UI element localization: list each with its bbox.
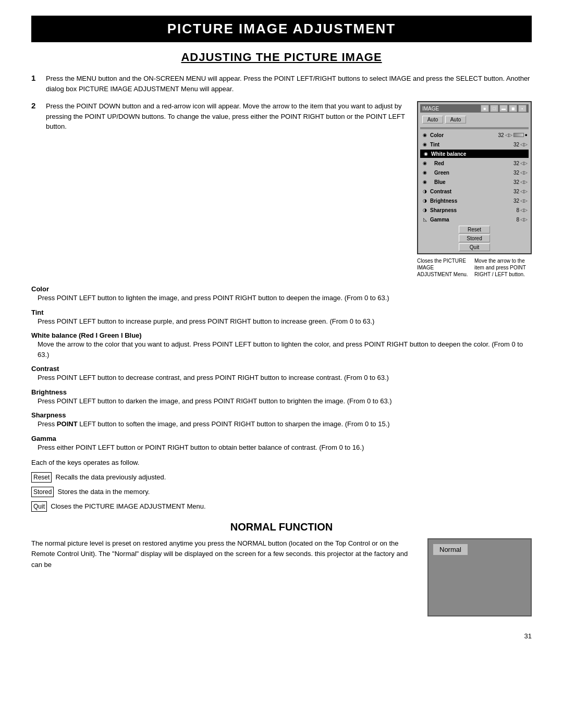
quit-key-text: Closes the PICTURE IMAGE ADJUSTMENT Menu… [51, 502, 205, 510]
step2-block: 2 Press the POINT DOWN button and a red-… [31, 101, 532, 278]
page-number: 31 [31, 632, 532, 640]
toolbar-btn2[interactable]: Auto [445, 116, 466, 124]
sharpness-arrows: ◁▷ [520, 207, 528, 213]
gamma-label: Gamma [430, 217, 509, 223]
gamma-section-text: Press either POINT LEFT button or POINT … [38, 442, 532, 453]
color-label: Color [430, 132, 494, 138]
normal-label: Normal [433, 544, 468, 556]
wb-section-label: White balance (Red I Green I Blue) [31, 331, 532, 339]
dialog-row-color: ◉ Color 32 ◁▷ ● [420, 131, 529, 139]
stored-key-text: Stores the data in the memory. [58, 488, 150, 496]
contrast-label: Contrast [430, 189, 509, 194]
toolbar-btn1[interactable]: Auto [422, 116, 443, 124]
tint-label: Tint [430, 142, 509, 147]
keys-section: Each of the keys operates as follow. Res… [31, 458, 532, 512]
gamma-arrows: ◁▷ [520, 217, 528, 222]
brightness-label: Brightness [430, 198, 509, 204]
red-value: 32 [509, 161, 519, 166]
dialog-row-blue: ◉ Blue 32 ◁▷ [420, 178, 529, 186]
dialog-row-sharpness: ◑ Sharpness 8 ◁▷ [420, 206, 529, 214]
dialog-title-bar: IMAGE ■ □ ▬ ◼ ▪ [420, 104, 529, 113]
sharpness-icon: ◑ [421, 206, 429, 214]
sharpness-section-text: Press POINT LEFT button to soften the im… [38, 419, 532, 429]
sharpness-label: Sharpness [430, 207, 509, 213]
contrast-value: 32 [509, 189, 519, 194]
contrast-section-text: Press POINT LEFT button to decrease cont… [38, 373, 532, 383]
quit-btn[interactable]: Quit [459, 243, 490, 251]
dialog-row-contrast: ◑ Contrast 32 ◁▷ [420, 187, 529, 195]
icon-3: ▬ [499, 105, 508, 112]
icon-1: ■ [481, 105, 489, 112]
contrast-arrows: ◁▷ [520, 189, 528, 194]
reset-key: Reset [31, 472, 52, 483]
normal-image: Normal [427, 538, 532, 616]
reset-btn[interactable]: Reset [459, 226, 490, 233]
dialog-row-wb-header: ◉ White balance [420, 150, 529, 158]
dialog-box: IMAGE ■ □ ▬ ◼ ▪ Auto Auto ◉ [417, 101, 532, 254]
color-value: 32 [494, 132, 504, 138]
gamma-icon: ◺ [421, 216, 429, 223]
dialog-toolbar: Auto Auto [420, 115, 529, 125]
green-icon: ◉ [421, 169, 429, 176]
tint-value: 32 [509, 142, 519, 147]
green-label: Green [430, 170, 509, 176]
page-title: PICTURE IMAGE ADJUSTMENT [31, 16, 532, 42]
step2-number: 2 [31, 101, 46, 110]
dialog-row-green: ◉ Green 32 ◁▷ [420, 168, 529, 177]
keys-intro: Each of the keys operates as follow. [31, 458, 532, 468]
dialog-row-gamma: ◺ Gamma 8 ◁▷ [420, 215, 529, 224]
dialog-icons: ■ □ ▬ ◼ ▪ [481, 105, 527, 112]
sharpness-section-label: Sharpness [31, 411, 532, 419]
icon-5: ▪ [518, 105, 527, 112]
stored-btn[interactable]: Stored [459, 235, 490, 242]
wb-label: White balance [431, 151, 527, 157]
icon-4: ◼ [509, 105, 517, 112]
quit-key: Quit [31, 501, 47, 512]
quit-line: Quit Closes the PICTURE IMAGE ADJUSTMENT… [31, 501, 532, 512]
pe-row [420, 127, 529, 129]
section-title: ADJUSTING THE PICTURE IMAGE [31, 51, 532, 64]
dialog-row-red: ◉ Red 32 ◁▷ [420, 159, 529, 167]
tint-section-text: Press POINT LEFT button to increase purp… [38, 316, 532, 327]
callout2-text: Move the arrow to the item and press POI… [474, 257, 527, 278]
sharpness-text1: Press [38, 420, 57, 428]
tint-arrows: ◁▷ [520, 142, 528, 147]
tint-section: Tint Press POINT LEFT button to increase… [31, 309, 532, 327]
dialog-image: IMAGE ■ □ ▬ ◼ ▪ Auto Auto ◉ [417, 101, 532, 278]
red-arrows: ◁▷ [520, 161, 528, 166]
dialog-row-brightness: ◑ Brightness 32 ◁▷ [420, 196, 529, 205]
normal-function-title: NORMAL FUNCTION [31, 521, 532, 533]
color-section: Color Press POINT LEFT button to lighten… [31, 285, 532, 303]
gamma-section-label: Gamma [31, 435, 532, 442]
color-icon: ◉ [421, 131, 429, 139]
blue-value: 32 [509, 179, 519, 185]
tint-icon: ◉ [421, 141, 429, 148]
brightness-value: 32 [509, 198, 519, 204]
sharpness-text2: LEFT button to soften the image, and pre… [78, 420, 390, 428]
step1-number: 1 [31, 73, 46, 82]
brightness-icon: ◑ [421, 197, 429, 204]
color-section-label: Color [31, 285, 532, 293]
dialog-row-tint: ◉ Tint 32 ◁▷ [420, 140, 529, 149]
wb-section: White balance (Red I Green I Blue) Move … [31, 331, 532, 360]
reset-key-text: Recalls the data previously adjusted. [56, 473, 166, 481]
color-indicator [513, 133, 524, 137]
brightness-section-label: Brightness [31, 388, 532, 396]
dialog-title: IMAGE [422, 106, 439, 112]
reset-line: Reset Recalls the data previously adjust… [31, 472, 532, 483]
blue-label: Blue [430, 179, 509, 185]
sharpness-bold: POINT [57, 420, 78, 428]
color-dot: ● [525, 132, 528, 138]
contrast-icon: ◑ [421, 188, 429, 195]
red-icon: ◉ [421, 159, 429, 167]
green-value: 32 [509, 170, 519, 176]
items-area: Color Press POINT LEFT button to lighten… [31, 285, 532, 452]
gamma-value: 8 [509, 217, 519, 223]
contrast-section: Contrast Press POINT LEFT button to decr… [31, 365, 532, 383]
blue-arrows: ◁▷ [520, 179, 528, 184]
blue-icon: ◉ [421, 178, 429, 186]
step1-block: 1 Press the MENU button and the ON-SCREE… [31, 73, 532, 94]
step1-text: Press the MENU button and the ON-SCREEN … [46, 73, 532, 94]
wb-section-text: Move the arrow to the color that you wan… [38, 339, 532, 360]
contrast-section-label: Contrast [31, 365, 532, 373]
